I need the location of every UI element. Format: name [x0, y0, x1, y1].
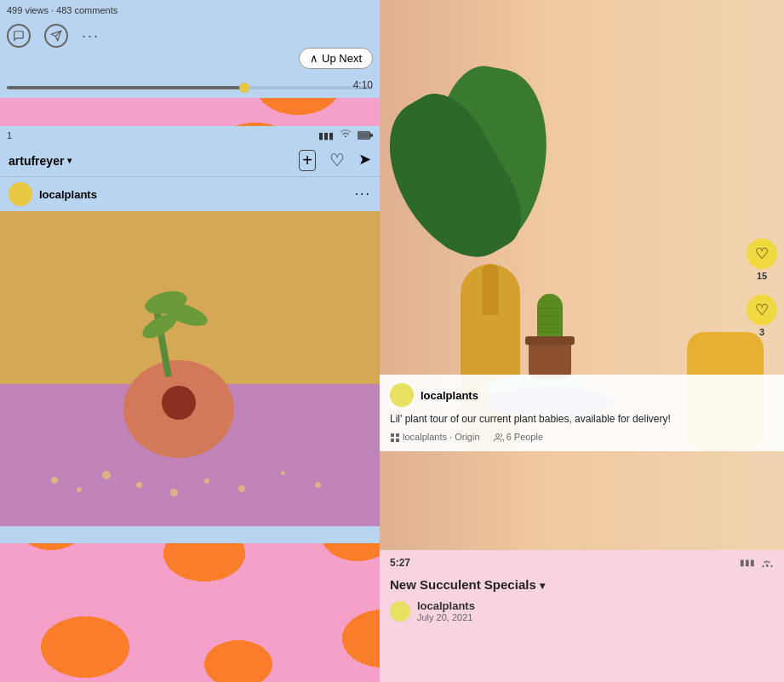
dropdown-icon[interactable]: ▾ — [67, 156, 72, 165]
status-left: 1 — [7, 130, 12, 140]
reaction-heart-2[interactable]: ♡ 3 — [747, 295, 777, 337]
post-username: localplants — [9, 182, 97, 206]
plus-icon[interactable]: + — [299, 150, 316, 171]
chevron-up-icon: ∧ — [310, 52, 318, 65]
progress-handle[interactable] — [239, 83, 249, 93]
plant-scene — [0, 211, 380, 526]
left-panel: 499 views · 483 comments ··· ∧ Up Next — [0, 0, 380, 682]
instagram-header: artufreyer ▾ + ♡ ➤ — [0, 145, 380, 177]
instagram-card: 1 ▮▮▮ artufreyer — [0, 126, 380, 543]
overlay-username: localplants — [421, 389, 478, 402]
header-action-icons: + ♡ ➤ — [299, 150, 371, 171]
instagram-username: artufreyer ▾ — [9, 154, 72, 168]
bottom-video-card: 5:27 ▮▮▮ New Succulent Specials ▾ localp… — [380, 550, 784, 682]
instagram-overlay: localplants Lil' plant tour of our curre… — [380, 375, 784, 451]
reaction-heart-1[interactable]: ♡ 15 — [747, 238, 777, 281]
reaction-count-2: 3 — [759, 327, 764, 337]
bottom-video-date: July 20, 2021 — [417, 612, 475, 622]
bottom-video-avatar — [390, 601, 410, 622]
overlay-meta1: localplants · Origin — [390, 432, 480, 443]
share-icon[interactable] — [44, 24, 68, 48]
send-icon[interactable]: ➤ — [358, 150, 371, 171]
overlay-caption: Lil' plant tour of our current plant bab… — [390, 412, 774, 427]
more-dots-top[interactable]: ··· — [82, 27, 100, 45]
bottom-video-user-info: localplants July 20, 2021 — [417, 599, 475, 622]
video-icons: ··· ∧ Up Next — [0, 24, 380, 48]
up-next-button[interactable]: ∧ Up Next — [299, 48, 373, 69]
wifi-icon — [339, 129, 352, 141]
heart-reaction-icon: ♡ — [755, 244, 769, 263]
signal-icon: ▮▮▮ — [318, 130, 334, 141]
sand-trail — [17, 458, 363, 501]
overlay-meta: localplants · Origin 6 People — [390, 432, 774, 443]
right-panel: localplants Lil' plant tour of our curre… — [380, 0, 784, 682]
overlay-avatar — [390, 383, 414, 407]
plant-pot — [123, 360, 234, 458]
svg-rect-3 — [370, 134, 373, 136]
video-stats: 499 views · 483 comments — [7, 5, 117, 15]
bottom-video-title-row: New Succulent Specials ▾ — [380, 576, 784, 594]
bottom-video-title-text: New Succulent Specials ▾ — [390, 577, 545, 592]
cactus — [529, 341, 571, 379]
plant-image — [0, 211, 380, 526]
bottom-signal-icon: ▮▮▮ — [740, 558, 755, 568]
post-user-row: localplants ··· — [0, 177, 380, 211]
heart-icon[interactable]: ♡ — [329, 150, 345, 171]
comment-icon[interactable] — [7, 24, 31, 48]
svg-rect-5 — [391, 433, 394, 437]
progress-fill — [7, 86, 245, 89]
bottom-video-header: 5:27 ▮▮▮ — [380, 550, 784, 576]
svg-rect-4 — [358, 133, 369, 139]
bottom-video-username: localplants — [417, 599, 475, 612]
progress-bar[interactable] — [7, 86, 373, 89]
overlay-meta2: 6 People — [494, 432, 544, 443]
bottom-video-more-dots[interactable]: ··· — [761, 557, 774, 575]
reaction-count-1: 15 — [757, 271, 767, 281]
heart-reaction-icon-2: ♡ — [755, 301, 769, 319]
svg-rect-6 — [396, 433, 399, 437]
battery-icon — [358, 131, 373, 140]
bottom-video-time: 5:27 — [390, 557, 410, 569]
overlay-user: localplants — [390, 383, 774, 407]
status-bar: 1 ▮▮▮ — [0, 126, 380, 145]
avatar — [9, 182, 32, 206]
svg-point-9 — [495, 434, 499, 438]
reaction-icons: ♡ 15 ♡ 3 — [747, 238, 777, 337]
post-more-dots[interactable]: ··· — [355, 186, 371, 202]
title-dropdown-icon[interactable]: ▾ — [540, 580, 545, 592]
plant-photo: localplants Lil' plant tour of our curre… — [380, 0, 784, 562]
bottom-video-user-row: localplants July 20, 2021 — [380, 594, 784, 628]
svg-rect-7 — [391, 438, 394, 442]
svg-rect-8 — [396, 438, 399, 442]
video-bar: 499 views · 483 comments ··· ∧ Up Next — [0, 0, 380, 98]
time-display: 4:10 — [353, 79, 373, 91]
